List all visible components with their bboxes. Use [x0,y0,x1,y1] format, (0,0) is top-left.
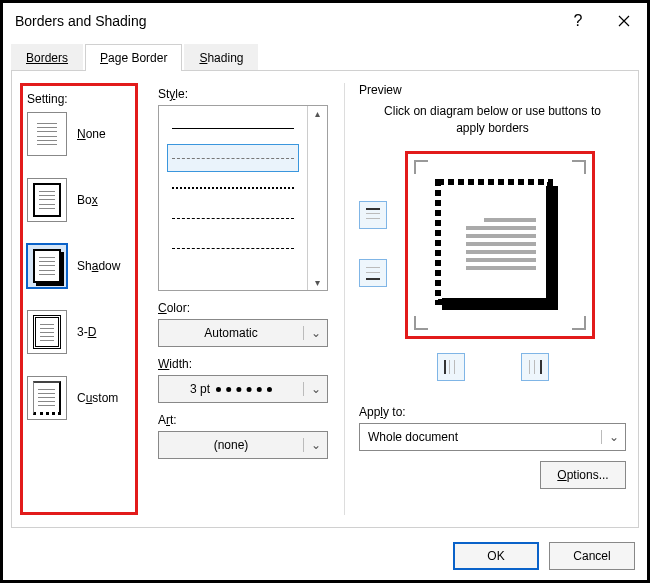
svg-rect-5 [366,278,380,280]
setting-group: Setting: None Box Shadow [20,83,138,515]
border-bottom-button[interactable] [359,259,387,287]
scroll-down-icon[interactable]: ▾ [315,277,320,288]
tab-strip: Borders Page Border Shading [3,43,647,70]
corner-icon [572,160,586,174]
preview-highlight [405,151,595,339]
width-combo[interactable]: 3 pt ⌄ [158,375,328,403]
art-value: (none) [159,438,303,452]
setting-box[interactable]: Box [27,178,131,222]
close-button[interactable] [601,3,647,39]
tab-page-border[interactable]: Page Border [85,44,182,71]
svg-rect-3 [366,267,380,268]
svg-rect-2 [366,218,380,219]
chevron-down-icon: ⌄ [303,326,327,340]
options-button[interactable]: Options... [540,461,626,489]
svg-rect-4 [366,272,380,273]
svg-rect-9 [444,360,446,374]
titlebar: Borders and Shading ? [3,3,647,39]
preview-label: Preview [359,83,626,97]
style-item-dashed-long[interactable] [167,144,299,172]
chevron-down-icon: ⌄ [303,438,327,452]
color-value: Automatic [159,326,303,340]
style-listbox[interactable]: ▴ ▾ [158,105,328,291]
preview-stage [359,145,626,345]
style-label: Style: [158,87,328,101]
setting-shadow-icon [27,244,67,288]
width-label: Width: [158,357,328,371]
cancel-button[interactable]: Cancel [549,542,635,570]
corner-icon [572,316,586,330]
preview-hint: Click on diagram below or use buttons to… [373,103,612,137]
style-group: Style: ▴ ▾ Color: Automatic ⌄ W [158,83,328,515]
setting-custom-icon [27,376,67,420]
ok-button[interactable]: OK [453,542,539,570]
svg-rect-10 [449,360,450,374]
border-left-button[interactable] [437,353,465,381]
art-combo[interactable]: (none) ⌄ [158,431,328,459]
svg-rect-1 [366,213,380,214]
width-preview-icon [216,387,272,392]
svg-rect-8 [546,186,558,310]
tab-borders[interactable]: Borders [11,44,83,71]
border-top-button[interactable] [359,201,387,229]
page-preview[interactable] [434,178,562,314]
svg-rect-12 [529,360,530,374]
svg-rect-13 [534,360,535,374]
svg-rect-0 [366,208,380,210]
borders-shading-dialog: Borders and Shading ? Borders Page Borde… [0,0,650,583]
color-combo[interactable]: Automatic ⌄ [158,319,328,347]
help-button[interactable]: ? [555,3,601,39]
setting-custom[interactable]: Custom [27,376,131,420]
svg-rect-14 [540,360,542,374]
setting-label: Setting: [27,92,131,106]
art-label: Art: [158,413,328,427]
style-item-dashed-dense[interactable] [167,234,299,262]
footer-buttons: OK Cancel [453,542,635,570]
chevron-down-icon: ⌄ [303,382,327,396]
corner-icon [414,316,428,330]
color-label: Color: [158,301,328,315]
setting-3d-icon [27,310,67,354]
width-value: 3 pt [190,382,210,396]
close-icon [618,15,630,27]
setting-none-icon [27,112,67,156]
apply-to-combo[interactable]: Whole document ⌄ [359,423,626,451]
svg-rect-11 [454,360,455,374]
scroll-up-icon[interactable]: ▴ [315,108,320,119]
setting-none[interactable]: None [27,112,131,156]
setting-3d[interactable]: 3-D [27,310,131,354]
corner-icon [414,160,428,174]
svg-rect-7 [442,298,558,310]
style-item-dashed[interactable] [167,204,299,232]
dialog-title: Borders and Shading [15,13,555,29]
tab-shading[interactable]: Shading [184,44,258,71]
apply-to-label: Apply to: [359,405,626,419]
style-scrollbar[interactable]: ▴ ▾ [307,106,327,290]
style-item-dotted[interactable] [167,174,299,202]
setting-box-icon [27,178,67,222]
apply-to-value: Whole document [360,430,601,444]
dialog-body: Setting: None Box Shadow [11,70,639,528]
setting-shadow[interactable]: Shadow [27,244,131,288]
apply-to-field: Apply to: Whole document ⌄ [359,405,626,451]
paragraph-icon [466,214,536,274]
border-right-button[interactable] [521,353,549,381]
preview-group: Preview Click on diagram below or use bu… [344,83,626,515]
style-item-solid[interactable] [167,114,299,142]
chevron-down-icon: ⌄ [601,430,625,444]
